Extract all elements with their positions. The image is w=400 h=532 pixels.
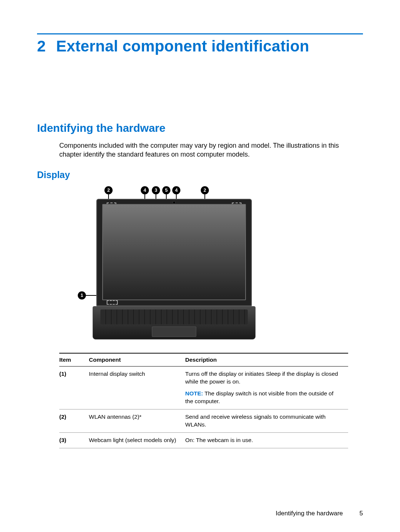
callout-2: 2 bbox=[201, 186, 209, 194]
screen-bezel bbox=[102, 204, 246, 300]
cell-component: Internal display switch bbox=[89, 366, 185, 409]
section-body: Components included with the computer ma… bbox=[59, 141, 356, 159]
cell-component: WLAN antennas (2)* bbox=[89, 409, 185, 433]
col-item: Item bbox=[59, 353, 89, 367]
callout-4: 4 bbox=[172, 186, 180, 194]
laptop-illustration bbox=[96, 199, 252, 339]
desc-text: Turns off the display or initiates Sleep… bbox=[185, 371, 338, 385]
keyboard-icon bbox=[100, 310, 248, 324]
laptop-screen bbox=[96, 199, 252, 306]
page-number: 5 bbox=[360, 510, 363, 517]
cell-component: Webcam light (select models only) bbox=[89, 433, 185, 448]
chapter-number: 2 bbox=[37, 37, 46, 55]
section-heading: Identifying the hardware bbox=[37, 122, 363, 134]
cell-description: Send and receive wireless signals to com… bbox=[185, 409, 348, 433]
note-label: NOTE: bbox=[185, 390, 203, 397]
cell-item: (3) bbox=[59, 433, 89, 448]
page-footer: Identifying the hardware 5 bbox=[276, 510, 363, 517]
top-rule bbox=[37, 33, 363, 34]
chapter-heading: 2External component identification bbox=[37, 37, 363, 55]
page: 2External component identification Ident… bbox=[0, 0, 400, 532]
callout-2: 2 bbox=[104, 186, 113, 194]
table-header-row: Item Component Description bbox=[59, 353, 348, 367]
note-text: The display switch is not visible from t… bbox=[185, 390, 333, 404]
callout-1: 1 bbox=[78, 291, 86, 300]
table-row: (1) Internal display switch Turns off th… bbox=[59, 366, 348, 409]
subsection-heading: Display bbox=[37, 170, 363, 180]
cell-description: On: The webcam is in use. bbox=[185, 433, 348, 448]
table-row: (2) WLAN antennas (2)* Send and receive … bbox=[59, 409, 348, 433]
cell-item: (2) bbox=[59, 409, 89, 433]
callout-3: 3 bbox=[152, 186, 160, 194]
touchpad-icon bbox=[152, 327, 196, 337]
spacer bbox=[37, 55, 363, 122]
webcam-icon bbox=[173, 201, 176, 204]
note-block: NOTE: The display switch is not visible … bbox=[185, 390, 343, 405]
callout-4: 4 bbox=[141, 186, 149, 194]
cell-description: Turns off the display or initiates Sleep… bbox=[185, 366, 348, 409]
display-figure: 2 4 3 5 4 2 1 bbox=[74, 184, 267, 347]
cell-item: (1) bbox=[59, 366, 89, 409]
laptop-base bbox=[93, 306, 256, 339]
footer-text: Identifying the hardware bbox=[276, 510, 343, 517]
col-description: Description bbox=[185, 353, 348, 367]
display-switch-marker-icon bbox=[107, 300, 118, 305]
chapter-title: External component identification bbox=[56, 37, 309, 55]
callout-5: 5 bbox=[162, 186, 170, 194]
components-table: Item Component Description (1) Internal … bbox=[59, 353, 348, 448]
col-component: Component bbox=[89, 353, 185, 367]
table-row: (3) Webcam light (select models only) On… bbox=[59, 433, 348, 448]
